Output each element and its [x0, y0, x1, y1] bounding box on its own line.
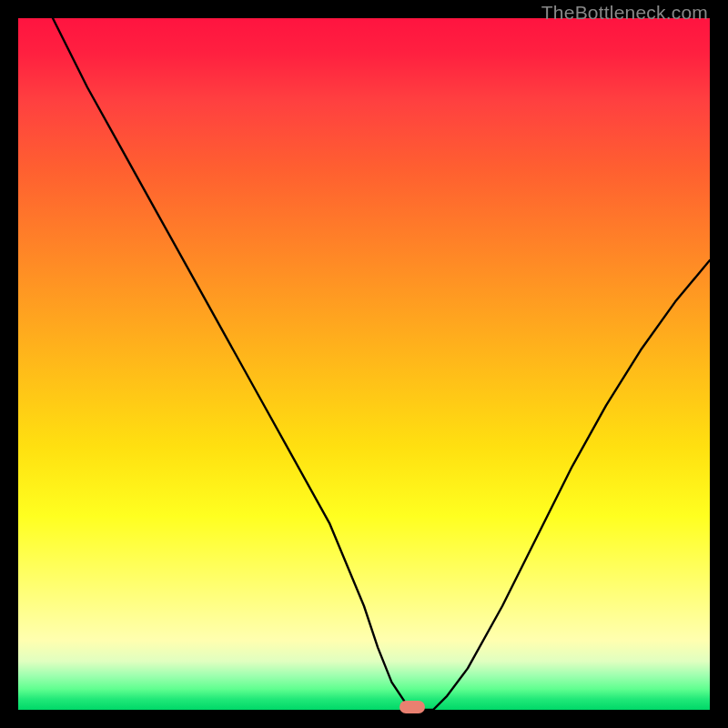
curve-line: [53, 18, 710, 710]
curve-layer: [18, 18, 710, 710]
minimum-marker: [399, 701, 425, 713]
chart-plot-area: [18, 18, 710, 710]
watermark-text: TheBottleneck.com: [541, 2, 708, 24]
